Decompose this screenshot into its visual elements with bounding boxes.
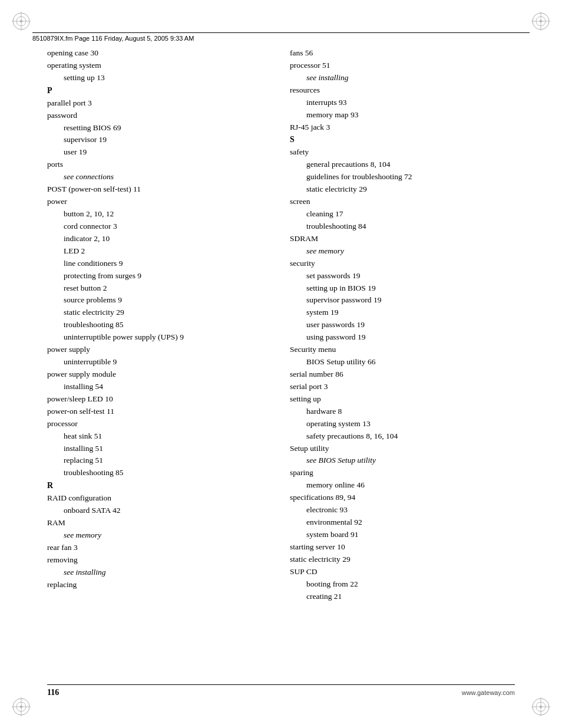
entry-sub: indicator 2, 10	[47, 233, 272, 245]
entry-see: see BIOS Setup utility	[290, 454, 515, 467]
footer: 116 www.gateway.com	[47, 684, 515, 697]
page-number: 116	[47, 688, 59, 697]
header-bar: 8510879IX.fm Page 116 Friday, August 5, …	[32, 32, 530, 42]
entry-main: removing	[47, 554, 272, 566]
entry-see: see memory	[47, 529, 272, 542]
entry-main: static electricity 29	[290, 554, 515, 566]
entry-main: opening case 30	[47, 47, 272, 60]
header-text: 8510879IX.fm Page 116 Friday, August 5, …	[32, 35, 194, 42]
entry-sub: BIOS Setup utility 66	[290, 356, 515, 368]
entry-main: serial port 3	[290, 381, 515, 393]
entry-main: fans 56	[290, 47, 515, 60]
entry-main: POST (power-on self-test) 11	[47, 183, 272, 196]
entry-main: parallel port 3	[47, 97, 272, 110]
entry-main: power supply	[47, 344, 272, 356]
entry-sub: booting from 22	[290, 578, 515, 591]
entry-sub: setting up 13	[47, 72, 272, 84]
corner-mark-tr	[530, 11, 551, 32]
entry-main: safety	[290, 146, 515, 159]
entry-main: serial number 86	[290, 368, 515, 381]
entry-see: see connections	[47, 171, 272, 183]
entry-sub: set passwords 19	[290, 270, 515, 282]
entry-main: power supply module	[47, 368, 272, 381]
svg-point-9	[540, 20, 542, 22]
entry-main: SUP CD	[290, 566, 515, 578]
entry-sub: source problems 9	[47, 294, 272, 307]
entry-main: power	[47, 196, 272, 208]
entry-sub: guidelines for troubleshooting 72	[290, 171, 515, 183]
section-letter: P	[47, 86, 52, 95]
footer-url: www.gateway.com	[462, 689, 515, 696]
entry-see: see installing	[290, 72, 515, 84]
entry-main: setting up	[290, 393, 515, 406]
corner-mark-tl	[11, 11, 32, 32]
entry-main: RAID configuration	[47, 492, 272, 505]
entry-sub: installing 54	[47, 381, 272, 393]
entry-main: password	[47, 110, 272, 122]
entry-main: ports	[47, 159, 272, 171]
entry-sub: reset button 2	[47, 282, 272, 295]
entry-sub: memory online 46	[290, 479, 515, 492]
entry-main: replacing	[47, 579, 272, 591]
section-letter: S	[290, 135, 295, 144]
entry-see: see installing	[47, 566, 272, 579]
entry-main: screen	[290, 196, 515, 208]
entry-main: security	[290, 258, 515, 270]
corner-mark-br	[530, 696, 551, 717]
entry-sub: troubleshooting 85	[47, 467, 272, 479]
entry-main: starting server 10	[290, 541, 515, 554]
entry-sub: user 19	[47, 146, 272, 159]
entry-see: see memory	[290, 245, 515, 258]
entry-sub: onboard SATA 42	[47, 505, 272, 517]
entry-sub: supervisor password 19	[290, 294, 515, 307]
entry-main: RJ-45 jack 3	[290, 121, 515, 134]
entry-sub: user passwords 19	[290, 319, 515, 331]
entry-main: rear fan 3	[47, 542, 272, 554]
content-area: opening case 30operating systemsetting u…	[47, 47, 515, 669]
corner-mark-bl	[11, 696, 32, 717]
entry-sub: replacing 51	[47, 454, 272, 467]
entry-sub: resetting BIOS 69	[47, 122, 272, 134]
entry-sub: cord connector 3	[47, 220, 272, 233]
entry-main: processor	[47, 418, 272, 430]
entry-main: sparing	[290, 467, 515, 479]
entry-sub: electronic 93	[290, 504, 515, 516]
entry-sub: using password 19	[290, 331, 515, 344]
entry-sub: setting up in BIOS 19	[290, 282, 515, 295]
entry-sub: system 19	[290, 307, 515, 319]
entry-sub: static electricity 29	[47, 307, 272, 319]
section-letter: R	[47, 481, 53, 490]
entry-sub: installing 51	[47, 443, 272, 455]
entry-main: resources	[290, 84, 515, 97]
entry-main: processor 51	[290, 60, 515, 72]
entry-main: power/sleep LED 10	[47, 393, 272, 406]
entry-sub: system board 91	[290, 529, 515, 541]
entry-sub: uninterruptible power supply (UPS) 9	[47, 331, 272, 344]
left-column: opening case 30operating systemsetting u…	[47, 47, 272, 669]
entry-main: operating system	[47, 60, 272, 72]
svg-point-14	[20, 706, 22, 708]
entry-main: SDRAM	[290, 233, 515, 245]
entry-sub: supervisor 19	[47, 134, 272, 146]
entry-sub: environmental 92	[290, 516, 515, 529]
entry-sub: safety precautions 8, 16, 104	[290, 430, 515, 443]
entry-sub: general precautions 8, 104	[290, 159, 515, 171]
right-column: fans 56processor 51see installingresourc…	[290, 47, 515, 669]
entry-sub: interrupts 93	[290, 97, 515, 109]
entry-main: power-on self-test 11	[47, 406, 272, 418]
entry-sub: uninterruptible 9	[47, 356, 272, 368]
svg-point-19	[540, 706, 542, 708]
entry-sub: troubleshooting 84	[290, 220, 515, 233]
entry-sub: line conditioners 9	[47, 258, 272, 270]
entry-main: RAM	[47, 517, 272, 529]
entry-sub: troubleshooting 85	[47, 319, 272, 331]
entry-sub: static electricity 29	[290, 183, 515, 196]
entry-sub: operating system 13	[290, 418, 515, 430]
entry-sub: button 2, 10, 12	[47, 208, 272, 220]
svg-point-4	[20, 20, 22, 22]
entry-sub: protecting from surges 9	[47, 270, 272, 282]
entry-main: Setup utility	[290, 443, 515, 455]
entry-sub: creating 21	[290, 591, 515, 603]
entry-sub: heat sink 51	[47, 430, 272, 443]
entry-sub: cleaning 17	[290, 208, 515, 220]
